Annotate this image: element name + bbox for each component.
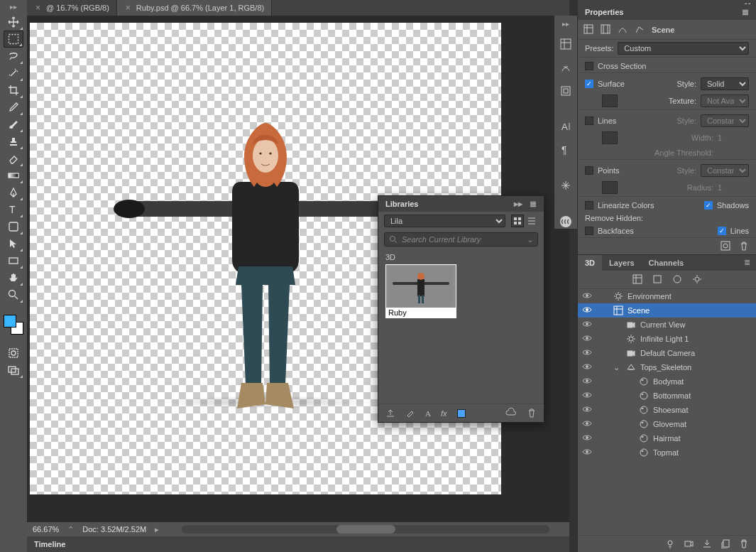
screen-mode-tool[interactable]	[4, 362, 23, 379]
paragraph-panel-icon[interactable]: ¶	[557, 144, 574, 157]
visibility-icon[interactable]	[582, 406, 592, 414]
remove-lines-checkbox[interactable]: ✓	[718, 227, 726, 235]
horizontal-scrollbar[interactable]	[182, 525, 549, 534]
trash-icon[interactable]	[527, 408, 537, 419]
library-item[interactable]: Ruby	[385, 264, 456, 318]
char-style-icon[interactable]: A	[425, 409, 431, 418]
character-panel-icon[interactable]: A	[557, 120, 574, 134]
collapse-toolstrip-icon[interactable]: ▸▸	[10, 3, 17, 11]
visibility-icon[interactable]	[582, 377, 592, 386]
upload-icon[interactable]	[385, 408, 395, 419]
tab-layers[interactable]: Layers	[602, 255, 641, 271]
dock-icon[interactable]	[557, 179, 574, 193]
trash-icon[interactable]	[739, 539, 749, 550]
3d-tree-item[interactable]: Current View	[578, 318, 756, 332]
filter-light-icon[interactable]	[692, 274, 702, 286]
new-light-icon[interactable]	[665, 539, 675, 550]
3d-tree-item[interactable]: ⌄Tops_Skeleton	[578, 360, 756, 374]
expand-icon[interactable]: ⌃	[67, 525, 74, 534]
shape-tool[interactable]	[4, 218, 23, 235]
visibility-icon[interactable]	[582, 420, 592, 428]
type-tool[interactable]: T	[4, 201, 23, 218]
flyout-menu-icon[interactable]: ≣	[742, 7, 749, 17]
chevron-right-icon[interactable]: ▸	[155, 525, 159, 534]
surface-texture-dropdown[interactable]: Not Avail...	[701, 94, 749, 107]
3d-tree-item[interactable]: Scene	[578, 303, 756, 318]
deform-icon[interactable]	[618, 24, 628, 36]
render-icon[interactable]	[721, 241, 730, 252]
quick-mask-tool[interactable]	[4, 345, 23, 362]
visibility-icon[interactable]	[582, 335, 592, 343]
close-tab-icon[interactable]: ×	[35, 3, 40, 13]
3d-tree-item[interactable]: Shoesmat	[578, 403, 756, 417]
3d-tree-item[interactable]: Bodymat	[578, 374, 756, 389]
collapse-icon[interactable]: ▸▸	[514, 199, 522, 209]
coords-icon[interactable]	[635, 24, 645, 36]
magic-wand-tool[interactable]	[4, 65, 23, 82]
dock-icon[interactable]	[557, 85, 574, 98]
new-item-icon[interactable]	[721, 539, 730, 550]
libraries-header[interactable]: Libraries ▸▸ ≣	[378, 196, 544, 212]
visibility-icon[interactable]	[582, 363, 592, 372]
visibility-icon[interactable]	[582, 320, 592, 329]
chevron-down-icon[interactable]: ⌄	[527, 235, 533, 244]
cross-section-checkbox[interactable]	[585, 62, 593, 70]
scene-icon[interactable]	[584, 24, 593, 36]
surface-style-dropdown[interactable]: Solid	[701, 77, 749, 90]
filter-scene-icon[interactable]	[632, 274, 642, 286]
mesh-icon[interactable]	[601, 24, 610, 36]
eyedropper-tool[interactable]	[4, 99, 23, 116]
trash-icon[interactable]	[739, 241, 749, 252]
dock-icon[interactable]	[557, 61, 574, 75]
close-tab-icon[interactable]: ×	[126, 3, 131, 13]
add-to-ground-icon[interactable]	[702, 539, 712, 550]
stamp-tool[interactable]	[4, 133, 23, 150]
3d-tree-item[interactable]: Hairmat	[578, 431, 756, 445]
move-tool[interactable]	[4, 13, 23, 31]
filter-material-icon[interactable]	[672, 274, 682, 286]
zoom-level[interactable]: 66.67%	[33, 525, 59, 534]
tab-channels[interactable]: Channels	[642, 255, 691, 271]
color-icon[interactable]	[457, 409, 466, 418]
timeline-panel-header[interactable]: Timeline	[27, 536, 569, 552]
flyout-menu-icon[interactable]: ≣	[530, 199, 537, 209]
pen-tool[interactable]	[4, 184, 23, 201]
3d-tree-item[interactable]: Default Camera	[578, 346, 756, 360]
shadows-checkbox[interactable]: ✓	[704, 201, 713, 210]
marquee-tool[interactable]	[4, 31, 23, 48]
libraries-panel[interactable]: Libraries ▸▸ ≣ Lila Search Current Libra…	[378, 195, 544, 423]
rectangle-tool[interactable]	[4, 252, 23, 269]
grid-view-icon[interactable]	[511, 215, 524, 227]
document-tab[interactable]: × Ruby.psd @ 66.7% (Layer 1, RGB/8)	[117, 0, 272, 16]
visibility-icon[interactable]	[582, 292, 592, 301]
visibility-icon[interactable]	[582, 349, 592, 357]
color-swatches[interactable]	[4, 315, 23, 335]
visibility-icon[interactable]	[582, 448, 592, 457]
3d-tree-item[interactable]: Glovemat	[578, 417, 756, 431]
brush-preset-icon[interactable]	[405, 408, 415, 419]
library-dropdown[interactable]: Lila	[384, 215, 505, 227]
visibility-icon[interactable]	[582, 306, 592, 315]
document-tab[interactable]: × @ 16.7% (RGB/8)	[27, 0, 117, 16]
path-select-tool[interactable]	[4, 235, 23, 252]
visibility-icon[interactable]	[582, 391, 592, 400]
crop-tool[interactable]	[4, 82, 23, 99]
hand-tool[interactable]	[4, 269, 23, 286]
surface-color-swatch[interactable]	[602, 94, 618, 107]
flyout-menu-icon[interactable]: ≣	[738, 255, 756, 271]
cc-libraries-icon[interactable]	[557, 215, 574, 229]
layer-style-icon[interactable]: fx	[441, 409, 447, 418]
linearize-checkbox[interactable]	[585, 201, 593, 210]
foreground-color[interactable]	[4, 315, 16, 328]
gradient-tool[interactable]	[4, 167, 23, 184]
3d-tree-item[interactable]: Bottommat	[578, 389, 756, 403]
3d-tree-item[interactable]: Topmat	[578, 445, 756, 460]
3d-tree-item[interactable]: Infinite Light 1	[578, 332, 756, 346]
eraser-tool[interactable]	[4, 150, 23, 167]
brush-tool[interactable]	[4, 116, 23, 133]
list-view-icon[interactable]	[525, 215, 538, 227]
backfaces-checkbox[interactable]	[585, 227, 593, 235]
library-search[interactable]: Search Current Library ⌄	[384, 232, 538, 247]
points-checkbox[interactable]	[585, 166, 593, 175]
expand-dock-icon[interactable]: ▸▸	[562, 20, 569, 28]
